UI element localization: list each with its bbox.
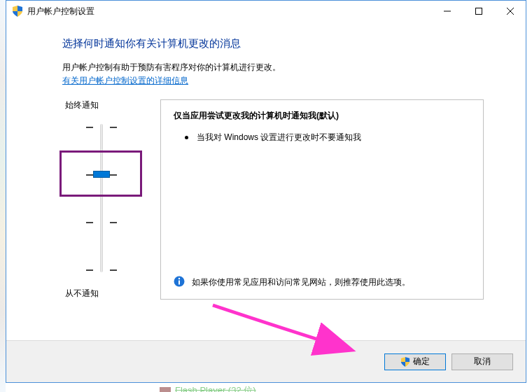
- slider-tick: [86, 270, 117, 270]
- ok-button[interactable]: 确定: [384, 354, 446, 370]
- ok-button-label: 确定: [413, 356, 430, 368]
- window-title: 用户帐户控制设置: [27, 6, 431, 18]
- left-edge-decoration: [0, 0, 6, 392]
- notification-slider[interactable]: [62, 117, 146, 279]
- page-heading: 选择何时通知你有关计算机更改的消息: [62, 37, 484, 50]
- recommendation-row: 如果你使用常见应用和访问常见网站，则推荐使用此选项。: [174, 276, 472, 289]
- option-description-panel: 仅当应用尝试更改我的计算机时通知我(默认) 当我对 Windows 设置进行更改…: [160, 99, 484, 300]
- truncated-label: Flash Player (32 位): [175, 384, 256, 392]
- cancel-button[interactable]: 取消: [451, 354, 513, 370]
- slider-thumb[interactable]: [93, 171, 110, 178]
- slider-tick: [86, 222, 117, 223]
- slider-column: 始终通知 从不通知: [62, 99, 160, 300]
- svg-rect-2: [178, 280, 180, 284]
- cancel-button-label: 取消: [474, 356, 491, 368]
- help-link[interactable]: 有关用户帐户控制设置的详细信息: [62, 75, 188, 87]
- shield-icon: [400, 357, 410, 367]
- uac-settings-window: 用户帐户控制设置 选择何时通知你有关计算机更改的消息 用户帐户控制有助于预防有害…: [6, 0, 526, 383]
- option-title: 仅当应用尝试更改我的计算机时通知我(默认): [174, 110, 472, 122]
- dialog-footer: 确定 取消: [6, 340, 526, 382]
- bullet-icon: [185, 136, 188, 139]
- page-description: 用户帐户控制有助于预防有害程序对你的计算机进行更改。: [62, 62, 484, 74]
- minimize-button[interactable]: [431, 1, 463, 22]
- option-bullet-text: 当我对 Windows 设置进行更改时不要通知我: [197, 132, 361, 144]
- slider-tick: [86, 127, 117, 127]
- flash-icon: [160, 387, 171, 393]
- shield-icon: [12, 6, 23, 17]
- option-bullet: 当我对 Windows 设置进行更改时不要通知我: [174, 132, 472, 144]
- slider-label-bottom: 从不通知: [65, 288, 160, 300]
- content-area: 选择何时通知你有关计算机更改的消息 用户帐户控制有助于预防有害程序对你的计算机进…: [6, 22, 526, 340]
- recommendation-text: 如果你使用常见应用和访问常见网站，则推荐使用此选项。: [192, 276, 410, 289]
- close-button[interactable]: [494, 1, 526, 22]
- slider-label-top: 始终通知: [65, 99, 160, 111]
- maximize-button[interactable]: [463, 1, 494, 22]
- slider-track: [100, 124, 103, 272]
- body-row: 始终通知 从不通知 仅当应用尝试更改我的计算机时通知我(默认): [62, 99, 484, 300]
- info-icon: [174, 276, 185, 287]
- window-controls: [431, 1, 526, 22]
- truncated-background-item: Flash Player (32 位): [160, 384, 256, 392]
- titlebar: 用户帐户控制设置: [6, 1, 526, 22]
- svg-point-3: [178, 278, 180, 279]
- svg-rect-0: [475, 8, 482, 15]
